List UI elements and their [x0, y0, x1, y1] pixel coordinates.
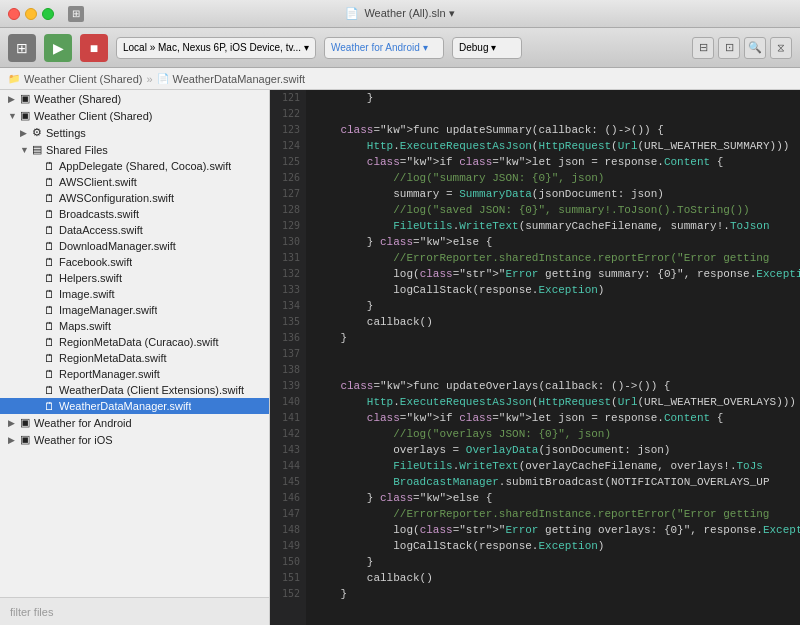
tree-label-21: Weather for iOS — [34, 434, 113, 446]
tree-icon-1: ▣ — [20, 109, 30, 122]
tree-item-14[interactable]: 🗒Maps.swift — [0, 318, 269, 334]
tree-item-9[interactable]: 🗒DownloadManager.swift — [0, 238, 269, 254]
tree-icon-13: 🗒 — [44, 304, 55, 316]
line-number-122: 122 — [270, 106, 306, 122]
line-number-135: 135 — [270, 314, 306, 330]
line-number-128: 128 — [270, 202, 306, 218]
code-line-132: log(class="str">"Error getting summary: … — [306, 266, 800, 282]
tree-item-10[interactable]: 🗒Facebook.swift — [0, 254, 269, 270]
line-number-143: 143 — [270, 442, 306, 458]
line-number-133: 133 — [270, 282, 306, 298]
tree-item-2[interactable]: ▶⚙Settings — [0, 124, 269, 141]
view-toggle-1[interactable]: ⊟ — [692, 37, 714, 59]
tree-icon-6: 🗒 — [44, 192, 55, 204]
code-line-145: BroadcastManager.submitBroadcast(NOTIFIC… — [306, 474, 800, 490]
line-number-140: 140 — [270, 394, 306, 410]
tree-item-5[interactable]: 🗒AWSClient.swift — [0, 174, 269, 190]
tree-item-6[interactable]: 🗒AWSConfiguration.swift — [0, 190, 269, 206]
line-number-139: 139 — [270, 378, 306, 394]
maximize-button[interactable] — [42, 8, 54, 20]
tree-icon-17: 🗒 — [44, 368, 55, 380]
line-number-127: 127 — [270, 186, 306, 202]
tree-label-1: Weather Client (Shared) — [34, 110, 152, 122]
project-icon[interactable]: ⊞ — [8, 34, 36, 62]
tree-icon-8: 🗒 — [44, 224, 55, 236]
scheme-selector[interactable]: Local » Mac, Nexus 6P, iOS Device, tv...… — [116, 37, 316, 59]
tree-arrow-20: ▶ — [8, 418, 20, 428]
code-line-152: } — [306, 586, 800, 602]
minimize-button[interactable] — [25, 8, 37, 20]
tree-label-9: DownloadManager.swift — [59, 240, 176, 252]
tree-label-2: Settings — [46, 127, 86, 139]
stop-button[interactable]: ■ — [80, 34, 108, 62]
code-line-121: } — [306, 90, 800, 106]
tree-item-21[interactable]: ▶▣Weather for iOS — [0, 431, 269, 448]
tree-item-17[interactable]: 🗒ReportManager.swift — [0, 366, 269, 382]
tree-item-20[interactable]: ▶▣Weather for Android — [0, 414, 269, 431]
search-button[interactable]: 🔍 — [744, 37, 766, 59]
tree-item-4[interactable]: 🗒AppDelegate (Shared, Cocoa).swift — [0, 158, 269, 174]
line-number-134: 134 — [270, 298, 306, 314]
line-number-121: 121 — [270, 90, 306, 106]
tree-label-17: ReportManager.swift — [59, 368, 160, 380]
tree-icon-15: 🗒 — [44, 336, 55, 348]
tree-label-20: Weather for Android — [34, 417, 132, 429]
tree-arrow-3: ▼ — [20, 145, 32, 155]
tree-label-5: AWSClient.swift — [59, 176, 137, 188]
code-line-122 — [306, 106, 800, 122]
code-line-131: //ErrorReporter.sharedInstance.reportErr… — [306, 250, 800, 266]
filter-button[interactable]: ⧖ — [770, 37, 792, 59]
tree-icon-19: 🗒 — [44, 400, 55, 412]
toolbar-right-icons: ⊟ ⊡ 🔍 ⧖ — [692, 37, 792, 59]
code-line-142: //log("overlays JSON: {0}", json) — [306, 426, 800, 442]
toolbar: ⊞ ▶ ■ Local » Mac, Nexus 6P, iOS Device,… — [0, 28, 800, 68]
tree-item-11[interactable]: 🗒Helpers.swift — [0, 270, 269, 286]
tree-label-0: Weather (Shared) — [34, 93, 121, 105]
code-line-136: } — [306, 330, 800, 346]
tree-item-3[interactable]: ▼▤Shared Files — [0, 141, 269, 158]
target-selector[interactable]: Weather for Android ▾ — [324, 37, 444, 59]
line-number-152: 152 — [270, 586, 306, 602]
tree-item-15[interactable]: 🗒RegionMetaData (Curacao).swift — [0, 334, 269, 350]
tree-icon-21: ▣ — [20, 433, 30, 446]
build-config-selector[interactable]: Debug ▾ — [452, 37, 522, 59]
code-line-139: class="kw">func updateOverlays(callback:… — [306, 378, 800, 394]
tree-arrow-21: ▶ — [8, 435, 20, 445]
tree-item-16[interactable]: 🗒RegionMetaData.swift — [0, 350, 269, 366]
tree-icon-3: ▤ — [32, 143, 42, 156]
tree-label-3: Shared Files — [46, 144, 108, 156]
line-number-142: 142 — [270, 426, 306, 442]
tree-label-8: DataAccess.swift — [59, 224, 143, 236]
app-icon: ⊞ — [68, 6, 84, 22]
line-number-147: 147 — [270, 506, 306, 522]
line-number-151: 151 — [270, 570, 306, 586]
code-line-150: } — [306, 554, 800, 570]
code-line-140: Http.ExecuteRequestAsJson(HttpRequest(Ur… — [306, 394, 800, 410]
close-button[interactable] — [8, 8, 20, 20]
tree-item-13[interactable]: 🗒ImageManager.swift — [0, 302, 269, 318]
main-layout: ▶▣Weather (Shared)▼▣Weather Client (Shar… — [0, 90, 800, 625]
tree-item-18[interactable]: 🗒WeatherData (Client Extensions).swift — [0, 382, 269, 398]
code-line-134: } — [306, 298, 800, 314]
tree-label-12: Image.swift — [59, 288, 115, 300]
tree-item-8[interactable]: 🗒DataAccess.swift — [0, 222, 269, 238]
tree-label-10: Facebook.swift — [59, 256, 132, 268]
line-number-132: 132 — [270, 266, 306, 282]
tree-item-1[interactable]: ▼▣Weather Client (Shared) — [0, 107, 269, 124]
run-button[interactable]: ▶ — [44, 34, 72, 62]
tree-item-0[interactable]: ▶▣Weather (Shared) — [0, 90, 269, 107]
code-content[interactable]: } class="kw">func updateSummary(callback… — [306, 90, 800, 625]
view-toggle-2[interactable]: ⊡ — [718, 37, 740, 59]
tree-icon-11: 🗒 — [44, 272, 55, 284]
code-line-126: //log("summary JSON: {0}", json) — [306, 170, 800, 186]
tree-item-7[interactable]: 🗒Broadcasts.swift — [0, 206, 269, 222]
line-number-126: 126 — [270, 170, 306, 186]
line-number-146: 146 — [270, 490, 306, 506]
tree-item-19[interactable]: 🗒WeatherDataManager.swift — [0, 398, 269, 414]
code-line-124: Http.ExecuteRequestAsJson(HttpRequest(Ur… — [306, 138, 800, 154]
tree-item-12[interactable]: 🗒Image.swift — [0, 286, 269, 302]
code-line-151: callback() — [306, 570, 800, 586]
line-number-144: 144 — [270, 458, 306, 474]
code-line-125: class="kw">if class="kw">let json = resp… — [306, 154, 800, 170]
tree-label-14: Maps.swift — [59, 320, 111, 332]
